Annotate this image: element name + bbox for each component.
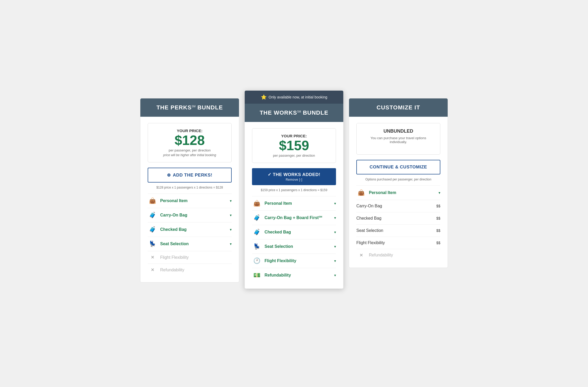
works-refund-name: Refundability — [265, 273, 331, 278]
works-added-button[interactable]: ✓ THE WORKS ADDED! Remove [-] — [252, 168, 336, 185]
works-feature-checked-bag[interactable]: 🧳 Checked Bag ▾ — [252, 225, 336, 239]
customize-feature-carryon: Carry-On Bag $$ — [356, 200, 440, 212]
perks-feature-seat[interactable]: 💺 Seat Selection ▾ — [148, 237, 232, 251]
cust-flex-name: Flight Flexibility — [356, 241, 433, 245]
checked-bag-icon: 🧳 — [148, 226, 157, 233]
works-feature-personal-item[interactable]: 👜 Personal Item ▾ — [252, 196, 336, 210]
works-seat-icon: 💺 — [252, 243, 261, 250]
cust-carryon-name: Carry-On Bag — [356, 204, 433, 208]
perks-price-section: YOUR PRICE: $128 per passenger, per dire… — [148, 123, 232, 162]
customize-feature-personal-item[interactable]: 👜 Personal Item ▾ — [356, 185, 440, 200]
works-personal-chevron: ▾ — [334, 201, 336, 206]
carryon-name: Carry-On Bag — [160, 213, 227, 218]
personal-item-chevron: ▾ — [230, 199, 232, 203]
works-seat-chevron: ▾ — [334, 244, 336, 249]
cust-checked-price: $$ — [436, 216, 440, 220]
seat-chevron: ▾ — [230, 242, 232, 246]
cust-personal-chevron: ▾ — [439, 191, 440, 195]
perks-bundle-card: THE PERKSsm BUNDLE YOUR PRICE: $128 per … — [140, 98, 239, 283]
perks-title: THE PERKSsm BUNDLE — [143, 104, 236, 111]
flexibility-name: Flight Flexibility — [160, 255, 232, 260]
works-personal-name: Personal Item — [265, 201, 331, 206]
perks-price-calc: $128 price x 1 passengers x 1 directions… — [148, 186, 232, 189]
works-flex-chevron: ▾ — [334, 259, 336, 263]
works-remove-text: Remove [-] — [286, 178, 302, 181]
customize-header: CUSTOMIZE IT — [349, 98, 448, 117]
works-checked-icon: 🧳 — [252, 229, 261, 236]
seat-name: Seat Selection — [160, 242, 227, 246]
seat-icon: 💺 — [148, 241, 157, 247]
works-feature-carryon[interactable]: 🧳 Carry-On Bag + Board FirstSM ▾ — [252, 210, 336, 225]
add-perks-label: ADD THE PERKS! — [173, 173, 212, 178]
works-feature-refundability[interactable]: 💵 Refundability ▾ — [252, 268, 336, 282]
continue-customize-button[interactable]: CONTINUE & CUSTOMIZE — [356, 160, 440, 174]
works-bundle-card: ⭐ Only available now, at initial booking… — [244, 90, 344, 289]
pricing-cards-container: THE PERKSsm BUNDLE YOUR PRICE: $128 per … — [137, 98, 451, 289]
works-checked-chevron: ▾ — [334, 230, 336, 234]
personal-item-icon: 👜 — [148, 197, 157, 204]
add-perks-button[interactable]: ⊕ ADD THE PERKS! — [148, 168, 232, 183]
perks-feature-flexibility: ✕ Flight Flexibility — [148, 251, 232, 263]
cust-carryon-price: $$ — [436, 204, 440, 208]
works-feature-list: 👜 Personal Item ▾ 🧳 Carry-On Bag + Board… — [252, 196, 336, 282]
cust-personal-name: Personal Item — [369, 190, 435, 195]
cust-seat-price: $$ — [436, 228, 440, 233]
carryon-icon: 🧳 — [148, 212, 157, 219]
refundability-name: Refundability — [160, 268, 232, 272]
personal-item-name: Personal Item — [160, 198, 227, 203]
works-price-calc: $159 price x 1 passengers x 1 directions… — [252, 188, 336, 192]
works-banner-text: Only available now, at initial booking — [269, 95, 327, 99]
works-banner: ⭐ Only available now, at initial booking — [245, 91, 343, 104]
works-flex-name: Flight Flexibility — [265, 259, 331, 263]
works-feature-flexibility[interactable]: 🕐 Flight Flexibility ▾ — [252, 254, 336, 268]
works-header: THE WORKSsm BUNDLE — [245, 104, 343, 122]
works-feature-seat[interactable]: 💺 Seat Selection ▾ — [252, 239, 336, 254]
perks-feature-list: 👜 Personal Item ▾ 🧳 Carry-On Bag ▾ 🧳 Che… — [148, 194, 232, 276]
customize-price-section: UNBUNDLED You can purchase your travel o… — [356, 123, 440, 155]
works-checked-name: Checked Bag — [265, 230, 331, 234]
continue-customize-label: CONTINUE & CUSTOMIZE — [370, 165, 427, 170]
cust-refund-name: Refundability — [369, 253, 440, 257]
perks-header: THE PERKSsm BUNDLE — [140, 98, 239, 117]
customize-feature-seat: Seat Selection $$ — [356, 224, 440, 237]
customize-card: CUSTOMIZE IT UNBUNDLED You can purchase … — [349, 98, 448, 268]
perks-price-label: YOUR PRICE: — [153, 128, 226, 133]
cust-seat-name: Seat Selection — [356, 228, 433, 233]
options-note: Options purchased per passenger, per dir… — [356, 178, 440, 181]
works-price-section: YOUR PRICE: $159 per passenger, per dire… — [252, 128, 336, 163]
works-price-label: YOUR PRICE: — [257, 134, 331, 138]
flexibility-x-icon: ✕ — [148, 255, 157, 260]
perks-feature-personal-item[interactable]: 👜 Personal Item ▾ — [148, 194, 232, 208]
works-seat-name: Seat Selection — [265, 244, 331, 249]
perks-feature-refundability: ✕ Refundability — [148, 263, 232, 276]
unbundled-desc: You can purchase your travel options ind… — [362, 136, 435, 144]
customize-feature-list: 👜 Personal Item ▾ Carry-On Bag $$ Checke… — [356, 185, 440, 261]
works-added-label: ✓ THE WORKS ADDED! — [268, 172, 320, 177]
cust-personal-icon: 👜 — [356, 189, 366, 196]
add-perks-icon: ⊕ — [167, 172, 171, 178]
perks-feature-checked-bag[interactable]: 🧳 Checked Bag ▾ — [148, 222, 232, 237]
perks-price-amount: $128 — [153, 133, 226, 148]
works-personal-icon: 👜 — [252, 200, 261, 207]
customize-body: UNBUNDLED You can purchase your travel o… — [349, 117, 448, 268]
works-flex-icon: 🕐 — [252, 257, 261, 264]
checked-bag-chevron: ▾ — [230, 227, 232, 232]
works-carryon-icon: 🧳 — [252, 214, 261, 221]
star-icon: ⭐ — [261, 94, 267, 100]
checked-bag-name: Checked Bag — [160, 227, 227, 232]
refundability-x-icon: ✕ — [148, 267, 157, 272]
works-price-per: per passenger, per direction — [257, 154, 331, 157]
cust-refund-x-icon: ✕ — [356, 253, 366, 258]
works-title: THE WORKSsm BUNDLE — [247, 109, 341, 116]
customize-feature-flexibility: Flight Flexibility $$ — [356, 237, 440, 249]
works-carryon-name: Carry-On Bag + Board FirstSM — [265, 215, 331, 220]
customize-title: CUSTOMIZE IT — [352, 104, 445, 111]
works-carryon-chevron: ▾ — [334, 216, 336, 220]
customize-feature-checked: Checked Bag $$ — [356, 212, 440, 224]
cust-checked-name: Checked Bag — [356, 216, 433, 221]
perks-feature-carryon[interactable]: 🧳 Carry-On Bag ▾ — [148, 208, 232, 222]
customize-feature-refundability: ✕ Refundability — [356, 249, 440, 261]
perks-price-note: price will be higher after initial booki… — [153, 153, 226, 157]
checkmark-icon: ✓ — [268, 172, 273, 177]
works-refund-chevron: ▾ — [334, 273, 336, 277]
